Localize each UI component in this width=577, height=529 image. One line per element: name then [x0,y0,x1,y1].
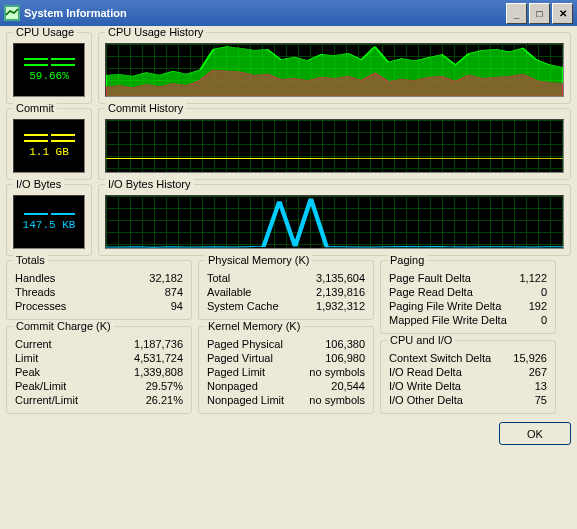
stat-value: 13 [535,380,547,392]
group-title: Paging [387,254,427,266]
stat-value: 1,339,808 [134,366,183,378]
titlebar[interactable]: System Information _ □ ✕ [0,0,577,26]
stat-label: Current/Limit [15,394,78,406]
stat-row: Nonpaged Limitno symbols [205,393,367,407]
minimize-button[interactable]: _ [506,3,527,24]
stat-row: Paged Virtual106,980 [205,351,367,365]
stat-value: 29.57% [146,380,183,392]
stat-label: Handles [15,272,55,284]
maximize-button[interactable]: □ [529,3,550,24]
ok-button[interactable]: OK [499,422,571,445]
totals-group: Totals Handles32,182Threads874Processes9… [6,260,192,320]
stat-value: 106,380 [325,338,365,350]
stat-value: no symbols [309,366,365,378]
stat-row: I/O Other Delta75 [387,393,549,407]
stat-value: 1,932,312 [316,300,365,312]
cpu-usage-gauge-group: CPU Usage 59.66% [6,32,92,104]
cpu-io-group: CPU and I/O Context Switch Delta15,926I/… [380,340,556,414]
stat-label: Paged Physical [207,338,283,350]
stat-label: Mapped File Write Delta [389,314,507,326]
stat-row: Paging File Write Delta192 [387,299,549,313]
stat-label: I/O Write Delta [389,380,461,392]
stat-row: I/O Read Delta267 [387,365,549,379]
group-title: CPU Usage History [105,26,206,38]
stat-label: Current [15,338,52,350]
io-history-group: I/O Bytes History [98,184,571,256]
commit-gauge-value: 1.1 GB [29,146,69,158]
stat-row: Current/Limit26.21% [13,393,185,407]
stat-value: 3,135,604 [316,272,365,284]
stat-label: Processes [15,300,66,312]
stat-value: 4,531,724 [134,352,183,364]
stat-label: Threads [15,286,55,298]
stat-row: Paged Physical106,380 [205,337,367,351]
group-title: CPU Usage [13,26,77,38]
io-gauge: 147.5 KB [13,195,85,249]
stat-label: I/O Read Delta [389,366,462,378]
stat-row: Current1,187,736 [13,337,185,351]
io-gauge-group: I/O Bytes 147.5 KB [6,184,92,256]
stat-label: Available [207,286,251,298]
stat-value: 94 [171,300,183,312]
stat-label: System Cache [207,300,279,312]
group-title: CPU and I/O [387,334,455,346]
group-title: I/O Bytes History [105,178,194,190]
stat-label: Paging File Write Delta [389,300,501,312]
stat-value: 874 [165,286,183,298]
group-title: Physical Memory (K) [205,254,312,266]
stat-row: Threads874 [13,285,185,299]
stat-row: Mapped File Write Delta0 [387,313,549,327]
stat-row: Peak1,339,808 [13,365,185,379]
commit-charge-group: Commit Charge (K) Current1,187,736Limit4… [6,326,192,414]
stat-row: Total3,135,604 [205,271,367,285]
stat-row: Context Switch Delta15,926 [387,351,549,365]
stat-row: Peak/Limit29.57% [13,379,185,393]
stat-row: Page Fault Delta1,122 [387,271,549,285]
app-icon [4,5,20,21]
close-button[interactable]: ✕ [552,3,573,24]
stat-label: Nonpaged [207,380,258,392]
stat-row: System Cache1,932,312 [205,299,367,313]
stat-row: Limit4,531,724 [13,351,185,365]
stat-label: Page Fault Delta [389,272,471,284]
stat-label: Paged Virtual [207,352,273,364]
stat-row: Nonpaged20,544 [205,379,367,393]
stat-value: 32,182 [149,272,183,284]
group-title: Commit History [105,102,186,114]
stat-label: Limit [15,352,38,364]
io-gauge-value: 147.5 KB [23,219,76,231]
stat-label: Paged Limit [207,366,265,378]
stat-value: 1,187,736 [134,338,183,350]
stat-row: Page Read Delta0 [387,285,549,299]
stat-row: Paged Limitno symbols [205,365,367,379]
cpu-gauge: 59.66% [13,43,85,97]
stat-row: Handles32,182 [13,271,185,285]
stat-label: Nonpaged Limit [207,394,284,406]
stat-row: I/O Write Delta13 [387,379,549,393]
stat-value: 75 [535,394,547,406]
group-title: Commit [13,102,57,114]
stat-label: Peak [15,366,40,378]
stat-value: no symbols [309,394,365,406]
commit-history-graph [105,119,564,173]
stat-value: 267 [529,366,547,378]
stat-label: Peak/Limit [15,380,66,392]
window-title: System Information [24,7,127,19]
stat-value: 106,980 [325,352,365,364]
stat-label: Total [207,272,230,284]
group-title: Totals [13,254,48,266]
cpu-history-graph [105,43,564,97]
stat-label: Context Switch Delta [389,352,491,364]
commit-gauge: 1.1 GB [13,119,85,173]
commit-gauge-group: Commit 1.1 GB [6,108,92,180]
stat-row: Available2,139,816 [205,285,367,299]
stat-value: 0 [541,286,547,298]
cpu-history-group: CPU Usage History [98,32,571,104]
stat-value: 2,139,816 [316,286,365,298]
paging-group: Paging Page Fault Delta1,122Page Read De… [380,260,556,334]
commit-history-group: Commit History [98,108,571,180]
stat-row: Processes94 [13,299,185,313]
group-title: Kernel Memory (K) [205,320,303,332]
cpu-gauge-value: 59.66% [29,70,69,82]
stat-value: 20,544 [331,380,365,392]
